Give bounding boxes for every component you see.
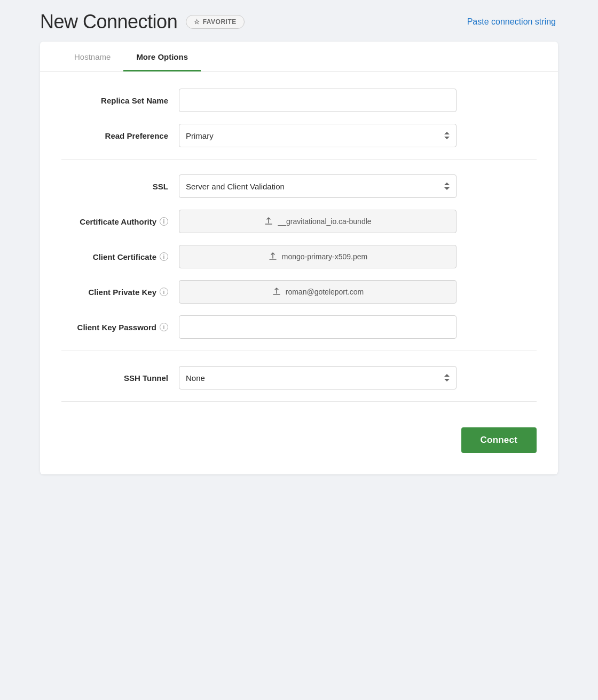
ssh-tunnel-label: SSH Tunnel bbox=[61, 373, 179, 383]
tab-bar: Hostname More Options bbox=[40, 42, 558, 71]
header: New Connection ☆ FAVORITE Paste connecti… bbox=[40, 11, 558, 37]
certificate-authority-filename: __gravitational_io.ca-bundle bbox=[278, 217, 371, 226]
client-private-key-filename: roman@goteleport.com bbox=[286, 288, 364, 296]
replica-set-name-control bbox=[179, 89, 457, 112]
ssh-tunnel-select[interactable]: None SSH with Password SSH with Identity… bbox=[179, 366, 457, 389]
client-certificate-upload-button[interactable]: mongo-primary-x509.pem bbox=[179, 245, 457, 268]
connect-row: Connect bbox=[61, 417, 537, 453]
certificate-authority-upload-button[interactable]: __gravitational_io.ca-bundle bbox=[179, 210, 457, 233]
favorite-button[interactable]: ☆ FAVORITE bbox=[186, 15, 245, 29]
certificate-authority-control: __gravitational_io.ca-bundle bbox=[179, 210, 457, 233]
ssh-tunnel-row: SSH Tunnel None SSH with Password SSH wi… bbox=[61, 366, 537, 389]
app-window: New Connection ☆ FAVORITE Paste connecti… bbox=[29, 0, 569, 700]
client-key-password-info-icon[interactable]: i bbox=[160, 323, 168, 331]
client-private-key-row: Client Private Key i roman@goteleport.co… bbox=[61, 280, 537, 304]
certificate-authority-info-icon[interactable]: i bbox=[160, 217, 168, 226]
client-certificate-label: Client Certificate i bbox=[61, 252, 179, 261]
main-card: Hostname More Options Replica Set Name R… bbox=[40, 42, 558, 474]
client-private-key-label: Client Private Key i bbox=[61, 288, 179, 297]
paste-connection-string-link[interactable]: Paste connection string bbox=[467, 17, 556, 27]
ssh-tunnel-control: None SSH with Password SSH with Identity… bbox=[179, 366, 457, 389]
certificate-authority-row: Certificate Authority i __gravitational_… bbox=[61, 210, 537, 233]
ssl-row: SSL None Server Validation Server and Cl… bbox=[61, 174, 537, 198]
upload-icon-ca bbox=[264, 217, 273, 226]
favorite-label: FAVORITE bbox=[203, 18, 237, 26]
client-private-key-control: roman@goteleport.com bbox=[179, 280, 457, 304]
divider-2 bbox=[61, 351, 537, 351]
header-left: New Connection ☆ FAVORITE bbox=[40, 11, 245, 33]
client-key-password-row: Client Key Password i bbox=[61, 315, 537, 339]
connect-button[interactable]: Connect bbox=[461, 427, 537, 453]
client-certificate-filename: mongo-primary-x509.pem bbox=[282, 252, 367, 261]
read-preference-row: Read Preference Primary Primary Preferre… bbox=[61, 124, 537, 147]
certificate-authority-label: Certificate Authority i bbox=[61, 217, 179, 226]
read-preference-label: Read Preference bbox=[61, 131, 179, 140]
read-preference-control: Primary Primary Preferred Secondary Seco… bbox=[179, 124, 457, 147]
ssl-control: None Server Validation Server and Client… bbox=[179, 174, 457, 198]
tab-hostname[interactable]: Hostname bbox=[61, 42, 123, 71]
client-private-key-info-icon[interactable]: i bbox=[160, 288, 168, 296]
replica-set-name-label: Replica Set Name bbox=[61, 96, 179, 105]
read-preference-select[interactable]: Primary Primary Preferred Secondary Seco… bbox=[179, 124, 457, 147]
replica-set-name-row: Replica Set Name bbox=[61, 89, 537, 112]
client-key-password-input[interactable] bbox=[179, 315, 457, 339]
divider-1 bbox=[61, 159, 537, 160]
ssl-select[interactable]: None Server Validation Server and Client… bbox=[179, 174, 457, 198]
ssl-label: SSL bbox=[61, 182, 179, 191]
client-key-password-control bbox=[179, 315, 457, 339]
client-key-password-label: Client Key Password i bbox=[61, 323, 179, 332]
form-area: Replica Set Name Read Preference Primary… bbox=[40, 71, 558, 474]
client-certificate-control: mongo-primary-x509.pem bbox=[179, 245, 457, 268]
page-title: New Connection bbox=[40, 11, 177, 33]
upload-icon-key bbox=[272, 287, 281, 297]
client-certificate-info-icon[interactable]: i bbox=[160, 252, 168, 261]
star-icon: ☆ bbox=[194, 18, 200, 26]
divider-3 bbox=[61, 401, 537, 402]
client-certificate-row: Client Certificate i mongo-primary-x509.… bbox=[61, 245, 537, 268]
tab-more-options[interactable]: More Options bbox=[123, 42, 201, 71]
client-private-key-upload-button[interactable]: roman@goteleport.com bbox=[179, 280, 457, 304]
replica-set-name-input[interactable] bbox=[179, 89, 457, 112]
upload-icon-cert bbox=[268, 252, 278, 261]
